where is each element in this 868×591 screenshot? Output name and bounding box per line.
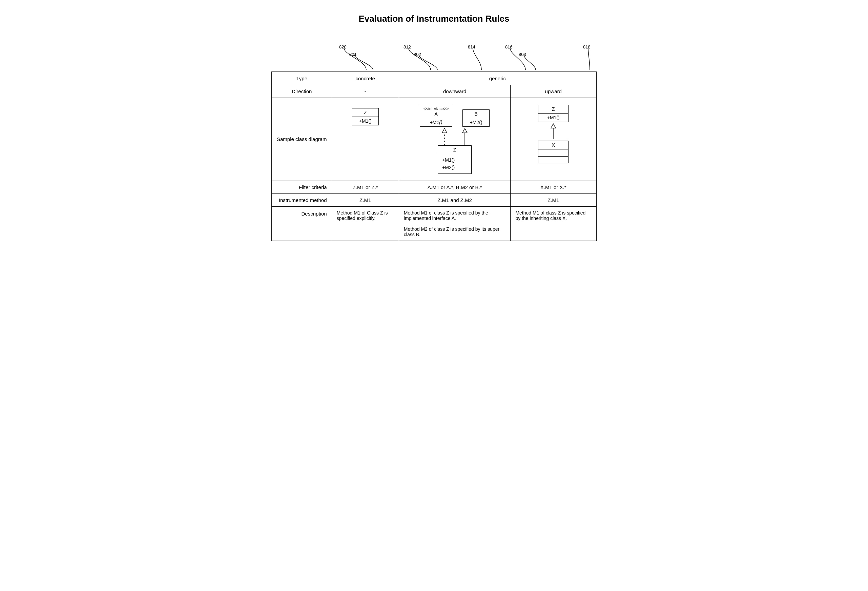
uml-x-empty2 <box>538 156 568 163</box>
arrow-connectors <box>421 127 489 145</box>
instrumented-upward-cell: Z.M1 <box>511 194 596 206</box>
uml-z-down-methods: +M1()+M2() <box>438 154 471 173</box>
uml-class-b: B +M2() <box>462 109 490 127</box>
svg-marker-1 <box>442 129 447 133</box>
description-upward-cell: Method M1 of class Z is specified by the… <box>511 206 596 241</box>
instrumented-concrete-cell: Z.M1 <box>332 194 399 206</box>
filter-downward-cell: A.M1 or A.*, B.M2 or B.* <box>399 180 511 194</box>
direction-row-header: Direction <box>272 85 332 98</box>
description-concrete-cell: Method M1 of Class Z is specified explic… <box>332 206 399 241</box>
svg-marker-3 <box>462 129 467 133</box>
desc-down-p2: Method M2 of class Z is specified by its… <box>404 226 506 237</box>
uml-z-up-name: Z <box>538 105 568 114</box>
filter-row-header: Filter criteria <box>272 180 332 194</box>
uml-z-concrete-method: +M1() <box>352 117 378 125</box>
uml-x-up-name: X <box>538 141 568 149</box>
description-row: Description Method M1 of Class Z is spec… <box>272 206 596 241</box>
type-generic-cell: generic <box>399 72 596 85</box>
direction-downward-cell: downward <box>399 85 511 98</box>
filter-row: Filter criteria Z.M1 or Z.* A.M1 or A.*,… <box>272 180 596 194</box>
uml-class-z-down: Z +M1()+M2() <box>438 145 472 174</box>
down-arrows-svg <box>421 127 489 145</box>
direction-row: Direction - downward upward <box>272 85 596 98</box>
uml-class-z-up: Z +M1() <box>538 105 568 122</box>
sample-diagram-row: Sample class diagram Z +M1() <box>272 98 596 181</box>
uml-class-b-method: +M2() <box>463 118 489 126</box>
type-concrete-cell: concrete <box>332 72 399 85</box>
ref-numbers-area: 820 801 812 802 814 816 803 818 <box>272 44 596 71</box>
instrumented-downward-cell: Z.M1 and Z.M2 <box>399 194 511 206</box>
direction-upward-cell: upward <box>511 85 596 98</box>
description-row-header: Description <box>272 206 332 241</box>
uml-interface-a-method: +M1() <box>420 118 452 126</box>
sample-row-header: Sample class diagram <box>272 98 332 181</box>
direction-concrete-cell: - <box>332 85 399 98</box>
up-arrow-svg <box>536 122 570 140</box>
page-title: Evaluation of Instrumentation Rules <box>272 13 596 24</box>
generic-down-diagram: <<interface>> A +M1() B +M2() <box>404 101 506 177</box>
uml-x-empty1 <box>538 149 568 156</box>
generic-down-diagram-cell: <<interface>> A +M1() B +M2() <box>399 98 511 181</box>
class-a-name: A <box>424 111 449 117</box>
uml-interface-a-name: <<interface>> A <box>420 105 452 118</box>
concrete-diagram-cell: Z +M1() <box>332 98 399 181</box>
svg-marker-5 <box>551 124 556 128</box>
uml-class-b-name: B <box>463 110 489 118</box>
description-downward-cell: Method M1 of class Z is specified by the… <box>399 206 511 241</box>
generic-down-top-row: <<interface>> A +M1() B +M2() <box>420 105 490 127</box>
instrumented-row: Instrumented method Z.M1 Z.M1 and Z.M2 Z… <box>272 194 596 206</box>
desc-down-p1: Method M1 of class Z is specified by the… <box>404 210 506 221</box>
uml-z-up-method: +M1() <box>538 114 568 122</box>
uml-class-x-up: X <box>538 140 568 163</box>
type-row: Type concrete generic <box>272 72 596 85</box>
instrumented-row-header: Instrumented method <box>272 194 332 206</box>
generic-up-diagram-cell: Z +M1() X <box>511 98 596 181</box>
page-container: Evaluation of Instrumentation Rules 820 … <box>272 13 596 241</box>
type-row-header: Type <box>272 72 332 85</box>
filter-concrete-cell: Z.M1 or Z.* <box>332 180 399 194</box>
generic-up-diagram: Z +M1() X <box>515 101 591 167</box>
interface-label: <<interface>> <box>424 106 449 111</box>
uml-class-z-concrete: Z +M1() <box>352 108 379 126</box>
uml-interface-a: <<interface>> A +M1() <box>420 105 452 127</box>
ref-lines-svg <box>272 44 596 71</box>
uml-z-concrete-name: Z <box>352 108 378 117</box>
uml-z-down-name: Z <box>438 146 471 154</box>
main-table: Type concrete generic Direction - downwa… <box>272 71 596 241</box>
filter-upward-cell: X.M1 or X.* <box>511 180 596 194</box>
concrete-diagram: Z +M1() <box>337 101 394 132</box>
